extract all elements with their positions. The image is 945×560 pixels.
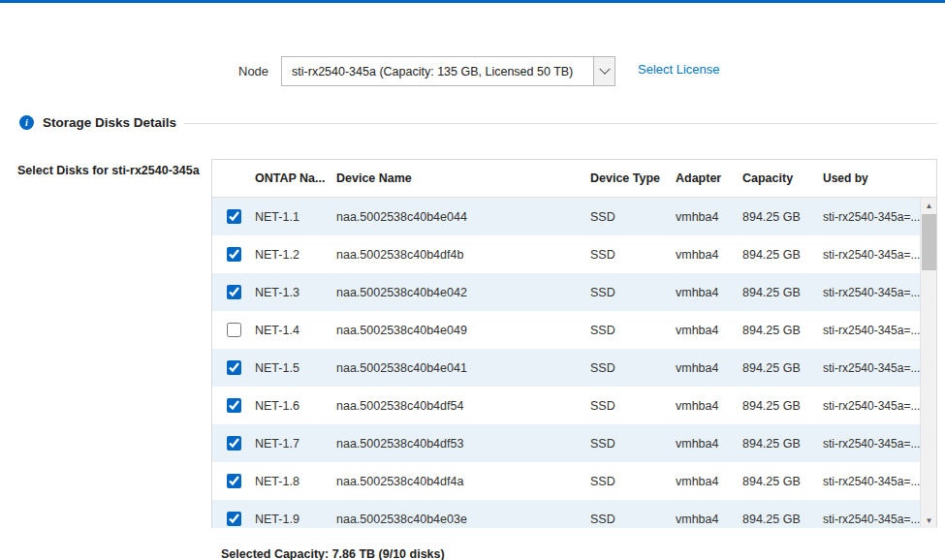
select-disks-label: Select Disks for sti-rx2540-345a — [17, 164, 200, 177]
device-name-cell: naa.5002538c40b4e049 — [336, 324, 590, 337]
table-row: NET-1.7 naa.5002538c40b4df53 SSD vmhba4 … — [212, 424, 920, 462]
node-label: Node — [238, 64, 268, 78]
capacity-cell: 894.25 GB — [742, 361, 823, 375]
used-by-cell: sti-rx2540-345a=... — [823, 437, 920, 451]
node-select-value: sti-rx2540-345a (Capacity: 135 GB, Licen… — [282, 57, 593, 85]
disk-checkbox[interactable] — [227, 474, 241, 488]
column-header-used-by: Used by — [823, 171, 920, 185]
column-header-ontap-name: ONTAP Na... — [255, 171, 336, 185]
section-divider — [184, 123, 937, 124]
ontap-name-cell: NET-1.9 — [255, 513, 336, 526]
scroll-up-button[interactable]: ▲ — [921, 198, 936, 213]
device-type-cell: SSD — [590, 210, 676, 224]
used-by-cell: sti-rx2540-345a=... — [823, 361, 920, 375]
disk-checkbox[interactable] — [227, 247, 241, 262]
adapter-cell: vmhba4 — [676, 475, 742, 488]
column-header-capacity: Capacity — [742, 171, 823, 185]
device-name-cell: naa.5002538c40b4e041 — [336, 361, 590, 375]
disk-checkbox[interactable] — [227, 323, 241, 337]
used-by-cell: sti-rx2540-345a=... — [823, 513, 920, 526]
capacity-cell: 894.25 GB — [742, 399, 823, 413]
node-select[interactable]: sti-rx2540-345a (Capacity: 135 GB, Licen… — [281, 56, 615, 86]
column-header-device-type: Device Type — [590, 171, 676, 185]
adapter-cell: vmhba4 — [676, 361, 742, 375]
device-type-cell: SSD — [590, 437, 676, 451]
adapter-cell: vmhba4 — [676, 286, 742, 299]
disk-checkbox[interactable] — [227, 398, 241, 413]
select-license-link[interactable]: Select License — [638, 62, 720, 77]
used-by-cell: sti-rx2540-345a=... — [823, 399, 920, 413]
section-header: i Storage Disks Details — [19, 115, 176, 130]
table-row: NET-1.6 naa.5002538c40b4df54 SSD vmhba4 … — [212, 387, 920, 424]
device-name-cell: naa.5002538c40b4e042 — [336, 286, 590, 299]
device-type-cell: SSD — [590, 324, 676, 337]
column-header-adapter: Adapter — [676, 171, 742, 185]
disk-table-rows: NET-1.1 naa.5002538c40b4e044 SSD vmhba4 … — [212, 198, 920, 528]
device-name-cell: naa.5002538c40b4e03e — [336, 513, 590, 526]
device-type-cell: SSD — [590, 248, 676, 262]
used-by-cell: sti-rx2540-345a=... — [823, 324, 920, 337]
adapter-cell: vmhba4 — [676, 513, 742, 526]
scroll-down-button[interactable]: ▼ — [921, 513, 936, 528]
adapter-cell: vmhba4 — [676, 324, 742, 337]
device-name-cell: naa.5002538c40b4e044 — [336, 210, 590, 224]
capacity-cell: 894.25 GB — [742, 248, 823, 262]
column-header-device-name: Device Name — [336, 171, 590, 185]
disk-checkbox[interactable] — [227, 512, 241, 526]
node-select-button[interactable] — [593, 57, 614, 85]
info-icon: i — [19, 115, 34, 130]
disk-table: ONTAP Na... Device Name Device Type Adap… — [211, 159, 937, 528]
ontap-name-cell: NET-1.2 — [255, 248, 336, 262]
chevron-down-icon — [599, 63, 610, 74]
table-row: NET-1.9 naa.5002538c40b4e03e SSD vmhba4 … — [212, 500, 920, 528]
disk-table-body: NET-1.1 naa.5002538c40b4e044 SSD vmhba4 … — [212, 198, 936, 528]
ontap-name-cell: NET-1.7 — [255, 437, 336, 451]
disk-checkbox[interactable] — [227, 285, 241, 299]
device-type-cell: SSD — [590, 286, 676, 299]
used-by-cell: sti-rx2540-345a=... — [823, 475, 920, 488]
section-title: Storage Disks Details — [43, 115, 176, 130]
adapter-cell: vmhba4 — [676, 248, 742, 262]
disk-checkbox[interactable] — [227, 436, 241, 451]
disk-table-header: ONTAP Na... Device Name Device Type Adap… — [212, 160, 936, 198]
table-scrollbar[interactable]: ▲ ▼ — [920, 198, 936, 528]
capacity-cell: 894.25 GB — [742, 437, 823, 451]
used-by-cell: sti-rx2540-345a=... — [823, 286, 920, 299]
capacity-cell: 894.25 GB — [742, 475, 823, 488]
used-by-cell: sti-rx2540-345a=... — [823, 210, 920, 224]
table-row: NET-1.1 naa.5002538c40b4e044 SSD vmhba4 … — [212, 198, 920, 235]
ontap-name-cell: NET-1.4 — [255, 324, 336, 337]
top-accent-bar — [0, 0, 945, 3]
capacity-cell: 894.25 GB — [742, 513, 823, 526]
ontap-name-cell: NET-1.3 — [255, 286, 336, 299]
scrollbar-thumb[interactable] — [922, 214, 936, 270]
table-row: NET-1.2 naa.5002538c40b4df4b SSD vmhba4 … — [212, 235, 920, 273]
table-row: NET-1.8 naa.5002538c40b4df4a SSD vmhba4 … — [212, 462, 920, 500]
table-row: NET-1.5 naa.5002538c40b4e041 SSD vmhba4 … — [212, 349, 920, 387]
adapter-cell: vmhba4 — [676, 399, 742, 413]
device-type-cell: SSD — [590, 361, 676, 375]
device-type-cell: SSD — [590, 475, 676, 488]
ontap-name-cell: NET-1.8 — [255, 475, 336, 488]
disk-checkbox[interactable] — [227, 360, 241, 375]
disk-checkbox[interactable] — [227, 209, 241, 224]
table-row: NET-1.4 naa.5002538c40b4e049 SSD vmhba4 … — [212, 311, 920, 349]
used-by-cell: sti-rx2540-345a=... — [823, 248, 920, 262]
device-type-cell: SSD — [590, 513, 676, 526]
storage-disks-page: Node sti-rx2540-345a (Capacity: 135 GB, … — [0, 0, 945, 560]
device-name-cell: naa.5002538c40b4df54 — [336, 399, 590, 413]
capacity-cell: 894.25 GB — [742, 210, 823, 224]
selected-capacity-text: Selected Capacity: 7.86 TB (9/10 disks) — [221, 547, 445, 560]
capacity-cell: 894.25 GB — [742, 286, 823, 299]
adapter-cell: vmhba4 — [676, 210, 742, 224]
device-name-cell: naa.5002538c40b4df4b — [336, 248, 590, 262]
device-name-cell: naa.5002538c40b4df4a — [336, 475, 590, 488]
device-name-cell: naa.5002538c40b4df53 — [336, 437, 590, 451]
table-row: NET-1.3 naa.5002538c40b4e042 SSD vmhba4 … — [212, 273, 920, 311]
adapter-cell: vmhba4 — [676, 437, 742, 451]
capacity-cell: 894.25 GB — [742, 324, 823, 337]
node-selector-row: Node sti-rx2540-345a (Capacity: 135 GB, … — [238, 56, 615, 86]
ontap-name-cell: NET-1.6 — [255, 399, 336, 413]
device-type-cell: SSD — [590, 399, 676, 413]
ontap-name-cell: NET-1.1 — [255, 210, 336, 224]
